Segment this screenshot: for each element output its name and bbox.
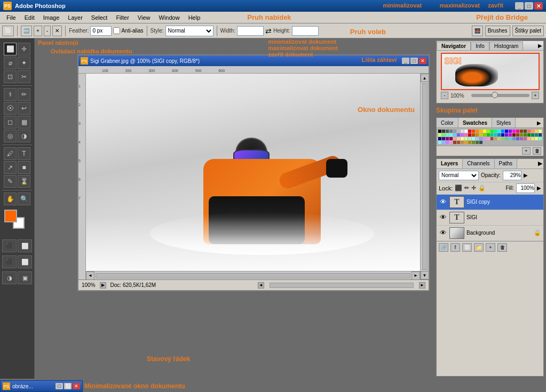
color-swatch[interactable] <box>449 137 453 140</box>
color-swatch[interactable] <box>516 137 519 140</box>
color-swatch[interactable] <box>531 130 534 133</box>
color-swatch[interactable] <box>505 133 508 137</box>
menu-filter[interactable]: Filter <box>112 13 133 22</box>
color-swatch[interactable] <box>520 133 523 137</box>
eyedropper-tool[interactable]: ⌛ <box>18 175 30 188</box>
shape-tool[interactable]: ■ <box>18 161 30 174</box>
color-swatch[interactable] <box>516 133 519 137</box>
color-swatch[interactable] <box>442 133 445 137</box>
color-swatch[interactable] <box>497 137 501 140</box>
anti-alias-check[interactable]: Anti-alias <box>113 27 143 34</box>
tab-swatches[interactable]: Swatches <box>458 118 492 127</box>
color-swatch[interactable] <box>524 133 527 137</box>
color-swatch[interactable] <box>464 133 468 137</box>
color-swatch[interactable] <box>509 137 512 140</box>
layer-vis-background[interactable]: 👁 <box>439 229 447 237</box>
scroll-h-track[interactable] <box>96 273 410 278</box>
menu-view[interactable]: View <box>133 13 155 22</box>
opacity-arrow-btn[interactable]: ▶ <box>524 172 528 178</box>
tab-info[interactable]: Info <box>471 42 489 50</box>
color-swatch[interactable] <box>487 130 490 133</box>
tab-histogram[interactable]: Histogram <box>489 42 524 50</box>
color-swatch[interactable] <box>457 133 460 137</box>
magic-wand-tool[interactable]: ✦ <box>18 57 30 69</box>
color-swatch[interactable] <box>442 141 445 144</box>
layer-row-background[interactable]: 👁 Background 🔒 <box>437 226 543 241</box>
color-swatch[interactable] <box>501 133 504 137</box>
color-swatch[interactable] <box>476 133 479 137</box>
brush-tool[interactable]: ✏ <box>18 88 30 101</box>
color-swatch[interactable] <box>461 137 464 140</box>
menu-select[interactable]: Select <box>87 13 112 22</box>
tab-styles[interactable]: Styles <box>492 118 516 127</box>
color-swatch[interactable] <box>464 141 468 144</box>
mini-maximize-btn[interactable]: ⬜ <box>64 383 72 389</box>
blur-tool[interactable]: ◎ <box>4 130 17 142</box>
color-swatch[interactable] <box>494 130 497 133</box>
layer-vis-sigi[interactable]: 👁 <box>439 213 447 221</box>
move-tool[interactable]: ✛ <box>18 43 30 55</box>
clone-tool[interactable]: 🖸 <box>4 102 17 115</box>
color-swatch[interactable] <box>524 130 527 133</box>
color-swatch[interactable] <box>449 141 453 144</box>
color-swatch[interactable] <box>505 137 508 140</box>
menu-edit[interactable]: Edit <box>20 13 39 22</box>
color-swatch[interactable] <box>457 137 460 140</box>
doc-close-btn[interactable]: ✕ <box>419 58 426 64</box>
doc-maximize-btn[interactable]: □ <box>410 58 418 64</box>
scroll-left-btn[interactable]: ◄ <box>86 271 94 280</box>
marquee-shape-btn[interactable]: ⬜ <box>2 26 14 36</box>
color-swatch[interactable] <box>483 133 486 137</box>
layer-new-btn[interactable]: + <box>486 243 495 252</box>
fill-input[interactable] <box>516 183 535 193</box>
nav-slider-thumb[interactable] <box>492 92 498 98</box>
color-swatch[interactable] <box>461 133 464 137</box>
menu-window[interactable]: Window <box>155 13 184 22</box>
full-screen-with-menu-btn[interactable]: ⬜ <box>18 239 32 252</box>
lasso-tool[interactable]: ⌀ <box>4 57 17 69</box>
opacity-input[interactable] <box>503 171 521 180</box>
color-swatch[interactable] <box>464 130 468 133</box>
color-swatch[interactable] <box>497 133 501 137</box>
scroll-v-track[interactable] <box>422 83 428 270</box>
notes-tool[interactable]: ✎ <box>4 175 17 188</box>
feather-input[interactable] <box>90 26 112 36</box>
color-swatch[interactable] <box>453 130 456 133</box>
color-swatch[interactable] <box>501 130 504 133</box>
color-swatch[interactable] <box>479 137 482 140</box>
lock-transparent-btn[interactable]: ⬛ <box>455 185 462 191</box>
color-swatch[interactable] <box>468 137 471 140</box>
bridge-btn[interactable]: 🌉 <box>472 26 483 36</box>
color-swatch[interactable] <box>512 137 516 140</box>
lock-position-btn[interactable]: ✛ <box>471 185 476 191</box>
color-swatch[interactable] <box>490 130 494 133</box>
color-swatch[interactable] <box>487 137 490 140</box>
color-swatch[interactable] <box>453 133 456 137</box>
menu-help[interactable]: Help <box>184 13 205 22</box>
pen-tool[interactable]: 🖊 <box>4 147 17 160</box>
color-swatch[interactable] <box>449 130 453 133</box>
nav-menu-btn[interactable]: ▶ <box>538 43 542 49</box>
color-swatch[interactable] <box>472 141 475 144</box>
tab-paths[interactable]: Paths <box>495 159 518 169</box>
toolbar-intersect-btn[interactable]: ✕ <box>52 26 62 36</box>
dodge-tool[interactable]: ◑ <box>18 130 30 142</box>
lock-all-btn[interactable]: 🔒 <box>478 185 486 191</box>
color-swatch[interactable] <box>527 130 531 133</box>
color-swatch[interactable] <box>505 130 508 133</box>
color-swatch[interactable] <box>449 133 453 137</box>
fill-arrow-btn[interactable]: ▶ <box>537 185 541 191</box>
color-swatch[interactable] <box>524 137 527 140</box>
scroll-down-btn[interactable]: ▼ <box>421 271 429 279</box>
color-swatch[interactable] <box>527 137 531 140</box>
color-swatch[interactable] <box>497 130 501 133</box>
color-swatch[interactable] <box>539 137 542 140</box>
color-swatch[interactable] <box>487 133 490 137</box>
width-input[interactable] <box>237 26 264 36</box>
layer-row-sigi-copy[interactable]: 👁 T SIGI copy <box>437 195 543 210</box>
color-swatch[interactable] <box>442 130 445 133</box>
swap-dimensions-btn[interactable]: ⇄ <box>265 27 272 35</box>
color-swatch[interactable] <box>516 130 519 133</box>
blend-mode-select[interactable]: Normal <box>439 171 479 180</box>
color-swatch[interactable] <box>476 141 479 144</box>
